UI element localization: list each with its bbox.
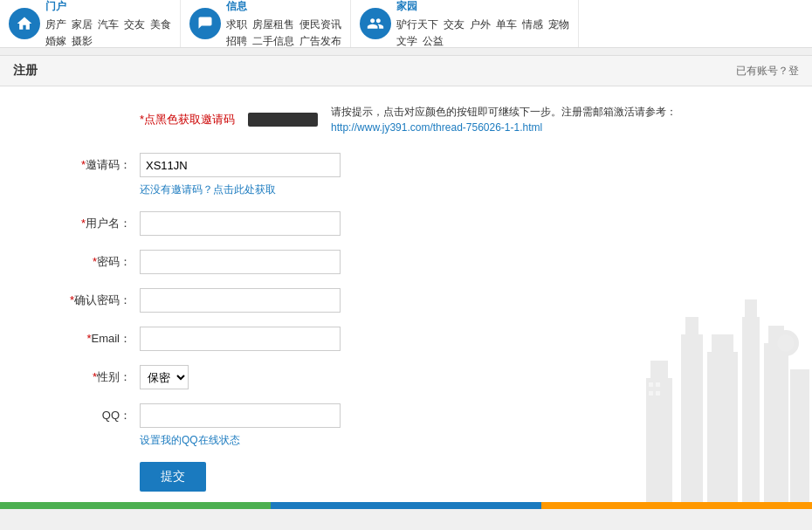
username-input[interactable] xyxy=(140,211,341,236)
confirm-password-input[interactable] xyxy=(140,288,341,313)
info-row-2: 招聘 二手信息 广告发布 xyxy=(226,34,341,49)
nav-section-portal: 门户 房产 家居 汽车 交友 美食 婚嫁 摄影 xyxy=(0,0,181,47)
captcha-button[interactable] xyxy=(248,113,318,127)
submit-button[interactable]: 提交 xyxy=(140,462,206,492)
portal-links: 门户 房产 家居 汽车 交友 美食 婚嫁 摄影 xyxy=(45,0,171,49)
bottom-bar-blue xyxy=(271,502,541,509)
email-input[interactable] xyxy=(140,327,341,351)
register-title: 注册 xyxy=(13,63,38,79)
form-area: *点黑色获取邀请码 请按提示，点击对应颜色的按钮即可继续下一步。注册需邮箱激活请… xyxy=(0,86,812,509)
captcha-link[interactable]: http://www.jy391.com/thread-756026-1-1.h… xyxy=(331,121,542,134)
info-links: 信息 求职 房屋租售 便民资讯 招聘 二手信息 广告发布 xyxy=(226,0,341,49)
bottom-color-bar xyxy=(0,502,812,509)
submit-row: 提交 xyxy=(17,462,795,492)
invite-link[interactable]: 还没有邀请码？点击此处获取 xyxy=(140,182,795,197)
main-content: 注册 已有账号？登 *点黑色获取邀请码 请按提示，点击对应颜色的按钮即可继续下一… xyxy=(0,55,812,509)
invite-code-row: *邀请码： xyxy=(17,153,795,177)
qq-label: QQ： xyxy=(17,408,140,423)
nav-link-info[interactable]: 便民资讯 xyxy=(299,17,341,32)
portal-icon xyxy=(9,8,40,39)
info-icon xyxy=(189,8,221,39)
community-row-2: 文学 公益 xyxy=(396,34,569,49)
confirm-password-row: *确认密码： xyxy=(17,288,795,313)
nav-link-literature[interactable]: 文学 xyxy=(396,34,417,49)
qq-online-link[interactable]: 设置我的QQ在线状态 xyxy=(140,433,795,448)
nav-link-house[interactable]: 房屋租售 xyxy=(252,17,294,32)
invite-code-input[interactable] xyxy=(140,153,341,177)
gender-row: *性别： 保密 男 女 xyxy=(17,365,795,389)
top-nav: 门户 房产 家居 汽车 交友 美食 婚嫁 摄影 信息 求职 房屋租售 便民资讯 xyxy=(0,0,812,48)
already-account: 已有账号？登 xyxy=(736,64,799,79)
portal-label: 门户 xyxy=(45,0,171,14)
nav-link-bike[interactable]: 单车 xyxy=(496,17,517,32)
nav-link-recruit[interactable]: 招聘 xyxy=(226,34,247,49)
bottom-bar-yellow xyxy=(541,502,812,509)
qq-row: QQ： xyxy=(17,403,795,428)
username-label: *用户名： xyxy=(17,216,140,231)
nav-link-emotion[interactable]: 情感 xyxy=(522,17,543,32)
bottom-bar-green xyxy=(0,502,271,509)
nav-link-outdoor[interactable]: 户外 xyxy=(470,17,491,32)
nav-link-pet[interactable]: 宠物 xyxy=(548,17,569,32)
nav-section-info: 信息 求职 房屋租售 便民资讯 招聘 二手信息 广告发布 xyxy=(181,0,351,47)
nav-link-ad[interactable]: 广告发布 xyxy=(299,34,341,49)
nav-link-photo[interactable]: 摄影 xyxy=(72,34,93,49)
nav-link-friend2[interactable]: 交友 xyxy=(444,17,464,32)
nav-link-fangchan[interactable]: 房产 xyxy=(45,17,66,32)
nav-section-community: 家园 驴行天下 交友 户外 单车 情感 宠物 文学 公益 xyxy=(351,0,579,47)
nav-link-second[interactable]: 二手信息 xyxy=(252,34,294,49)
svg-rect-13 xyxy=(649,391,653,396)
captcha-hint: 请按提示，点击对应颜色的按钮即可继续下一步。注册需邮箱激活请参考： http:/… xyxy=(331,104,698,135)
gender-select[interactable]: 保密 男 女 xyxy=(140,365,189,389)
info-row-1: 求职 房屋租售 便民资讯 xyxy=(226,17,341,32)
password-input[interactable] xyxy=(140,250,341,274)
email-row: *Email： xyxy=(17,327,795,351)
community-label: 家园 xyxy=(396,0,569,14)
password-row: *密码： xyxy=(17,250,795,274)
nav-link-job[interactable]: 求职 xyxy=(226,17,247,32)
qq-input[interactable] xyxy=(140,403,341,428)
nav-link-car[interactable]: 汽车 xyxy=(98,17,119,32)
portal-row-1: 房产 家居 汽车 交友 美食 xyxy=(45,17,171,32)
captcha-label: *点黑色获取邀请码 xyxy=(140,112,235,127)
nav-link-jiaju[interactable]: 家居 xyxy=(72,17,93,32)
confirm-password-label: *确认密码： xyxy=(17,293,140,308)
email-label: *Email： xyxy=(17,331,140,347)
community-row-1: 驴行天下 交友 户外 单车 情感 宠物 xyxy=(396,17,569,32)
register-header: 注册 已有账号？登 xyxy=(0,55,812,86)
nav-link-travel[interactable]: 驴行天下 xyxy=(396,17,438,32)
community-icon xyxy=(360,8,391,39)
username-row: *用户名： xyxy=(17,211,795,236)
info-label: 信息 xyxy=(226,0,341,14)
portal-row-2: 婚嫁 摄影 xyxy=(45,34,171,49)
password-label: *密码： xyxy=(17,254,140,270)
community-links: 家园 驴行天下 交友 户外 单车 情感 宠物 文学 公益 xyxy=(396,0,569,49)
invite-code-label: *邀请码： xyxy=(17,157,140,173)
captcha-row: *点黑色获取邀请码 请按提示，点击对应颜色的按钮即可继续下一步。注册需邮箱激活请… xyxy=(140,104,795,135)
nav-link-marriage[interactable]: 婚嫁 xyxy=(45,34,66,49)
svg-rect-14 xyxy=(656,391,660,396)
nav-link-friend[interactable]: 交友 xyxy=(124,17,145,32)
nav-link-charity[interactable]: 公益 xyxy=(423,34,444,49)
nav-link-food[interactable]: 美食 xyxy=(150,17,171,32)
gender-label: *性别： xyxy=(17,369,140,385)
